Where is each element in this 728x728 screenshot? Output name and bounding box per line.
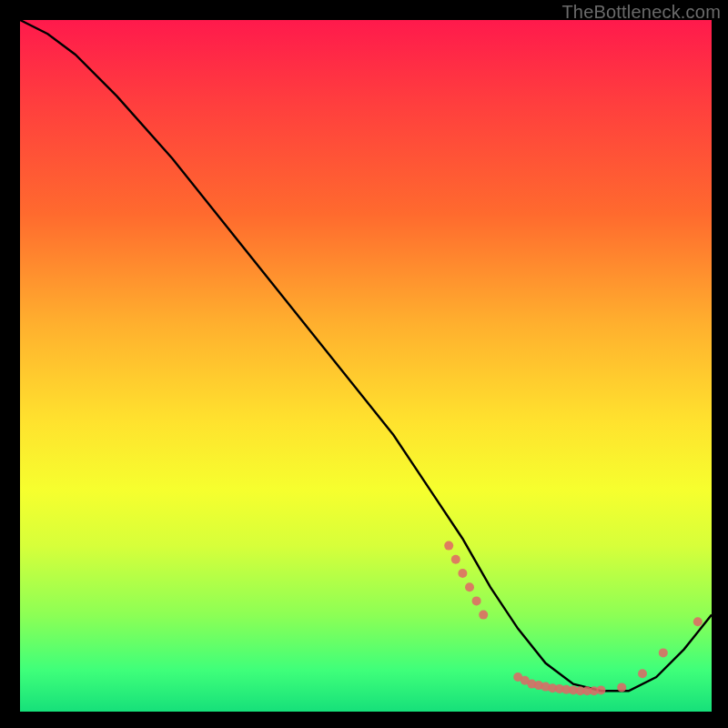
data-point [659,648,668,657]
data-point [479,611,488,620]
data-point [444,541,453,551]
chart-frame: TheBottleneck.com [0,0,728,728]
watermark-text: TheBottleneck.com [561,2,721,23]
chart-svg [20,20,712,712]
data-point [458,569,467,578]
data-point [617,682,626,692]
data-points [444,541,703,696]
data-point [465,582,474,592]
data-point [451,555,460,564]
data-point [638,669,647,678]
data-point [596,685,605,694]
data-point [693,617,703,626]
plot-area [20,20,712,712]
bottleneck-curve [20,20,712,691]
data-point [472,596,481,605]
